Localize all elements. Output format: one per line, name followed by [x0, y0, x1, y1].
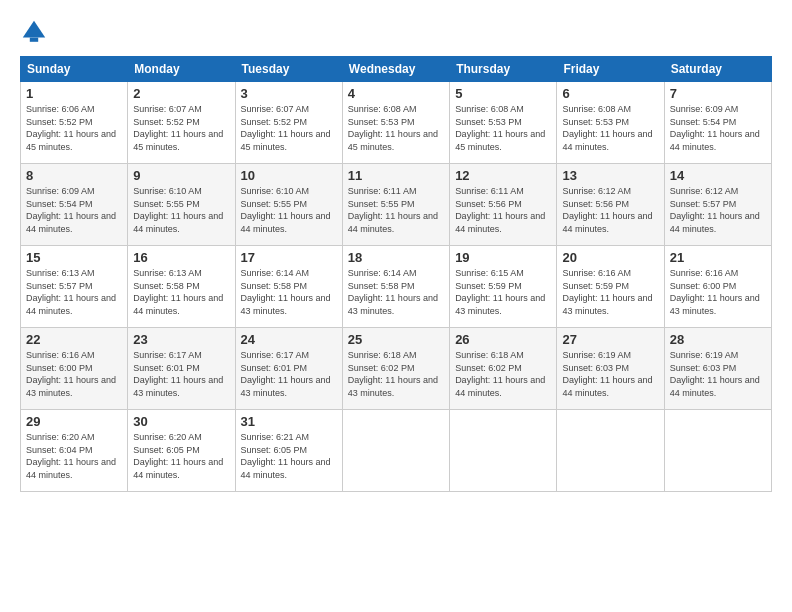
day-cell — [450, 410, 557, 492]
day-info: Sunrise: 6:21 AMSunset: 6:05 PMDaylight:… — [241, 432, 331, 480]
day-cell: 27 Sunrise: 6:19 AMSunset: 6:03 PMDaylig… — [557, 328, 664, 410]
day-info: Sunrise: 6:10 AMSunset: 5:55 PMDaylight:… — [133, 186, 223, 234]
day-info: Sunrise: 6:18 AMSunset: 6:02 PMDaylight:… — [455, 350, 545, 398]
day-number: 18 — [348, 250, 444, 265]
day-number: 27 — [562, 332, 658, 347]
day-number: 7 — [670, 86, 766, 101]
day-number: 22 — [26, 332, 122, 347]
week-row-1: 1 Sunrise: 6:06 AMSunset: 5:52 PMDayligh… — [21, 82, 772, 164]
day-number: 25 — [348, 332, 444, 347]
day-cell: 12 Sunrise: 6:11 AMSunset: 5:56 PMDaylig… — [450, 164, 557, 246]
day-info: Sunrise: 6:16 AMSunset: 6:00 PMDaylight:… — [26, 350, 116, 398]
calendar: SundayMondayTuesdayWednesdayThursdayFrid… — [20, 56, 772, 492]
day-number: 20 — [562, 250, 658, 265]
day-cell — [664, 410, 771, 492]
day-number: 28 — [670, 332, 766, 347]
day-number: 9 — [133, 168, 229, 183]
day-cell: 4 Sunrise: 6:08 AMSunset: 5:53 PMDayligh… — [342, 82, 449, 164]
day-cell: 14 Sunrise: 6:12 AMSunset: 5:57 PMDaylig… — [664, 164, 771, 246]
day-cell: 28 Sunrise: 6:19 AMSunset: 6:03 PMDaylig… — [664, 328, 771, 410]
day-number: 26 — [455, 332, 551, 347]
day-cell: 13 Sunrise: 6:12 AMSunset: 5:56 PMDaylig… — [557, 164, 664, 246]
day-info: Sunrise: 6:20 AMSunset: 6:05 PMDaylight:… — [133, 432, 223, 480]
weekday-header-thursday: Thursday — [450, 57, 557, 82]
day-cell: 20 Sunrise: 6:16 AMSunset: 5:59 PMDaylig… — [557, 246, 664, 328]
day-number: 15 — [26, 250, 122, 265]
day-cell: 29 Sunrise: 6:20 AMSunset: 6:04 PMDaylig… — [21, 410, 128, 492]
week-row-5: 29 Sunrise: 6:20 AMSunset: 6:04 PMDaylig… — [21, 410, 772, 492]
day-number: 16 — [133, 250, 229, 265]
day-info: Sunrise: 6:08 AMSunset: 5:53 PMDaylight:… — [562, 104, 652, 152]
day-cell: 25 Sunrise: 6:18 AMSunset: 6:02 PMDaylig… — [342, 328, 449, 410]
weekday-header-tuesday: Tuesday — [235, 57, 342, 82]
day-info: Sunrise: 6:19 AMSunset: 6:03 PMDaylight:… — [670, 350, 760, 398]
day-info: Sunrise: 6:17 AMSunset: 6:01 PMDaylight:… — [241, 350, 331, 398]
weekday-header-wednesday: Wednesday — [342, 57, 449, 82]
day-cell: 3 Sunrise: 6:07 AMSunset: 5:52 PMDayligh… — [235, 82, 342, 164]
day-number: 11 — [348, 168, 444, 183]
day-info: Sunrise: 6:11 AMSunset: 5:55 PMDaylight:… — [348, 186, 438, 234]
svg-rect-1 — [30, 38, 38, 42]
day-cell: 18 Sunrise: 6:14 AMSunset: 5:58 PMDaylig… — [342, 246, 449, 328]
day-number: 24 — [241, 332, 337, 347]
weekday-header-row: SundayMondayTuesdayWednesdayThursdayFrid… — [21, 57, 772, 82]
day-number: 6 — [562, 86, 658, 101]
week-row-3: 15 Sunrise: 6:13 AMSunset: 5:57 PMDaylig… — [21, 246, 772, 328]
svg-marker-0 — [23, 21, 45, 38]
day-info: Sunrise: 6:13 AMSunset: 5:58 PMDaylight:… — [133, 268, 223, 316]
day-number: 13 — [562, 168, 658, 183]
day-info: Sunrise: 6:14 AMSunset: 5:58 PMDaylight:… — [348, 268, 438, 316]
day-cell: 16 Sunrise: 6:13 AMSunset: 5:58 PMDaylig… — [128, 246, 235, 328]
day-number: 10 — [241, 168, 337, 183]
day-info: Sunrise: 6:07 AMSunset: 5:52 PMDaylight:… — [241, 104, 331, 152]
day-cell: 11 Sunrise: 6:11 AMSunset: 5:55 PMDaylig… — [342, 164, 449, 246]
day-number: 21 — [670, 250, 766, 265]
weekday-header-monday: Monday — [128, 57, 235, 82]
day-info: Sunrise: 6:16 AMSunset: 6:00 PMDaylight:… — [670, 268, 760, 316]
day-info: Sunrise: 6:20 AMSunset: 6:04 PMDaylight:… — [26, 432, 116, 480]
day-cell: 2 Sunrise: 6:07 AMSunset: 5:52 PMDayligh… — [128, 82, 235, 164]
day-info: Sunrise: 6:09 AMSunset: 5:54 PMDaylight:… — [26, 186, 116, 234]
day-number: 8 — [26, 168, 122, 183]
day-cell: 9 Sunrise: 6:10 AMSunset: 5:55 PMDayligh… — [128, 164, 235, 246]
day-info: Sunrise: 6:09 AMSunset: 5:54 PMDaylight:… — [670, 104, 760, 152]
day-cell: 7 Sunrise: 6:09 AMSunset: 5:54 PMDayligh… — [664, 82, 771, 164]
day-cell: 8 Sunrise: 6:09 AMSunset: 5:54 PMDayligh… — [21, 164, 128, 246]
day-info: Sunrise: 6:08 AMSunset: 5:53 PMDaylight:… — [348, 104, 438, 152]
day-cell: 5 Sunrise: 6:08 AMSunset: 5:53 PMDayligh… — [450, 82, 557, 164]
day-number: 5 — [455, 86, 551, 101]
day-cell — [557, 410, 664, 492]
day-info: Sunrise: 6:11 AMSunset: 5:56 PMDaylight:… — [455, 186, 545, 234]
page: SundayMondayTuesdayWednesdayThursdayFrid… — [0, 0, 792, 502]
day-cell: 1 Sunrise: 6:06 AMSunset: 5:52 PMDayligh… — [21, 82, 128, 164]
day-info: Sunrise: 6:10 AMSunset: 5:55 PMDaylight:… — [241, 186, 331, 234]
day-cell: 22 Sunrise: 6:16 AMSunset: 6:00 PMDaylig… — [21, 328, 128, 410]
day-number: 3 — [241, 86, 337, 101]
day-cell: 30 Sunrise: 6:20 AMSunset: 6:05 PMDaylig… — [128, 410, 235, 492]
day-cell: 15 Sunrise: 6:13 AMSunset: 5:57 PMDaylig… — [21, 246, 128, 328]
day-cell: 6 Sunrise: 6:08 AMSunset: 5:53 PMDayligh… — [557, 82, 664, 164]
day-cell — [342, 410, 449, 492]
day-info: Sunrise: 6:17 AMSunset: 6:01 PMDaylight:… — [133, 350, 223, 398]
weekday-header-sunday: Sunday — [21, 57, 128, 82]
header — [20, 18, 772, 46]
weekday-header-saturday: Saturday — [664, 57, 771, 82]
day-cell: 24 Sunrise: 6:17 AMSunset: 6:01 PMDaylig… — [235, 328, 342, 410]
day-number: 4 — [348, 86, 444, 101]
logo — [20, 18, 50, 46]
day-cell: 21 Sunrise: 6:16 AMSunset: 6:00 PMDaylig… — [664, 246, 771, 328]
day-info: Sunrise: 6:19 AMSunset: 6:03 PMDaylight:… — [562, 350, 652, 398]
day-cell: 10 Sunrise: 6:10 AMSunset: 5:55 PMDaylig… — [235, 164, 342, 246]
day-number: 12 — [455, 168, 551, 183]
day-cell: 26 Sunrise: 6:18 AMSunset: 6:02 PMDaylig… — [450, 328, 557, 410]
logo-icon — [20, 18, 48, 46]
day-cell: 23 Sunrise: 6:17 AMSunset: 6:01 PMDaylig… — [128, 328, 235, 410]
day-info: Sunrise: 6:07 AMSunset: 5:52 PMDaylight:… — [133, 104, 223, 152]
day-number: 17 — [241, 250, 337, 265]
day-info: Sunrise: 6:15 AMSunset: 5:59 PMDaylight:… — [455, 268, 545, 316]
day-info: Sunrise: 6:06 AMSunset: 5:52 PMDaylight:… — [26, 104, 116, 152]
day-number: 19 — [455, 250, 551, 265]
day-number: 31 — [241, 414, 337, 429]
day-cell: 17 Sunrise: 6:14 AMSunset: 5:58 PMDaylig… — [235, 246, 342, 328]
day-number: 14 — [670, 168, 766, 183]
